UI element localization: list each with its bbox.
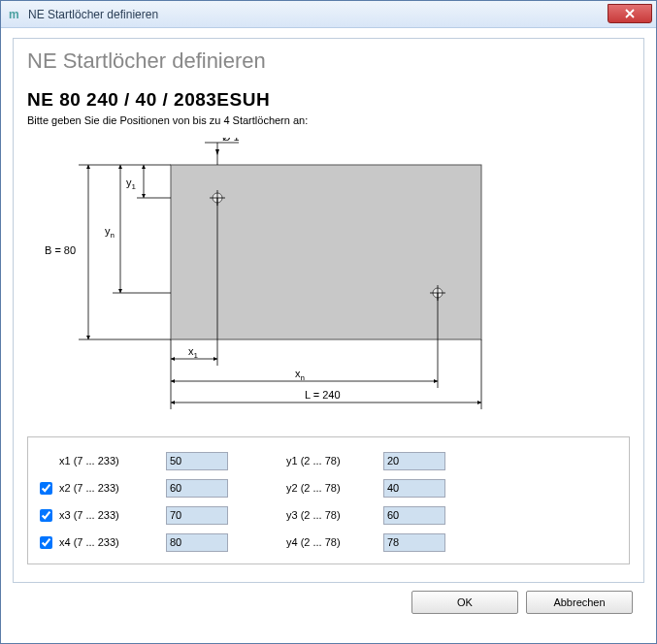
svg-marker-13 <box>142 165 146 169</box>
svg-text:xn: xn <box>295 368 305 382</box>
svg-marker-14 <box>142 194 146 198</box>
svg-marker-37 <box>434 379 438 383</box>
svg-marker-31 <box>214 357 217 361</box>
content-area: NE Startlöcher definieren NE 80 240 / 40… <box>1 28 656 622</box>
ok-button[interactable]: OK <box>411 591 518 614</box>
main-panel: NE Startlöcher definieren NE 80 240 / 40… <box>13 38 644 583</box>
svg-marker-20 <box>118 289 122 293</box>
x2-input[interactable] <box>166 479 228 498</box>
close-icon <box>625 9 635 18</box>
svg-text:y1: y1 <box>126 177 137 191</box>
footer: OK Abbrechen <box>13 583 644 614</box>
x2-label: x2 (7 ... 233) <box>59 482 166 494</box>
row-4: x4 (7 ... 233) y4 (2 ... 78) <box>40 529 617 556</box>
y2-input[interactable] <box>383 479 445 498</box>
window-title: NE Startlöcher definieren <box>28 8 158 21</box>
svg-marker-42 <box>171 401 175 404</box>
app-icon: m <box>9 8 22 21</box>
svg-marker-43 <box>477 401 481 404</box>
close-button[interactable] <box>608 4 652 23</box>
x4-input[interactable] <box>166 533 228 552</box>
svg-marker-26 <box>86 336 90 339</box>
row-3-checkbox[interactable] <box>40 509 52 522</box>
svg-marker-36 <box>171 379 175 383</box>
y4-input[interactable] <box>383 533 445 552</box>
y1-label: y1 (2 ... 78) <box>286 455 383 467</box>
B-label: B = 80 <box>45 244 76 256</box>
panel-heading: NE Startlöcher definieren <box>27 48 630 74</box>
x4-label: x4 (7 ... 233) <box>59 536 166 548</box>
row-2-checkbox[interactable] <box>40 482 52 495</box>
svg-text:yn: yn <box>105 225 115 240</box>
x3-label: x3 (7 ... 233) <box>59 509 166 521</box>
x1-input[interactable] <box>166 452 228 470</box>
row-3: x3 (7 ... 233) y3 (2 ... 78) <box>40 501 617 529</box>
y3-input[interactable] <box>383 506 445 525</box>
y4-label: y4 (2 ... 78) <box>286 536 383 548</box>
y2-label: y2 (2 ... 78) <box>286 482 383 494</box>
inputs-box: x1 (7 ... 233) y1 (2 ... 78) x2 (7 ... 2… <box>27 436 630 564</box>
y3-label: y3 (2 ... 78) <box>286 509 383 521</box>
y1-input[interactable] <box>383 452 445 470</box>
row-1: x1 (7 ... 233) y1 (2 ... 78) <box>40 447 617 474</box>
row-2: x2 (7 ... 233) y2 (2 ... 78) <box>40 474 617 501</box>
cancel-button[interactable]: Abbrechen <box>526 591 633 614</box>
subtitle: Bitte geben Sie die Positionen von bis z… <box>27 114 630 126</box>
dialog-window: m NE Startlöcher definieren NE Startlöch… <box>0 0 657 644</box>
svg-text:x1: x1 <box>188 345 199 360</box>
row-4-checkbox[interactable] <box>40 536 52 549</box>
x3-input[interactable] <box>166 506 228 525</box>
svg-marker-9 <box>215 149 219 155</box>
L-label: L = 240 <box>305 389 341 401</box>
part-title: NE 80 240 / 40 / 2083ESUH <box>27 89 630 111</box>
svg-marker-19 <box>118 165 122 169</box>
svg-marker-30 <box>171 357 175 361</box>
diagram: Ø 1 y1 yn B <box>45 138 491 419</box>
titlebar: m NE Startlöcher definieren <box>1 1 656 28</box>
svg-marker-25 <box>86 165 90 169</box>
dia-label: Ø 1 <box>222 138 240 143</box>
x1-label: x1 (7 ... 233) <box>59 455 166 467</box>
